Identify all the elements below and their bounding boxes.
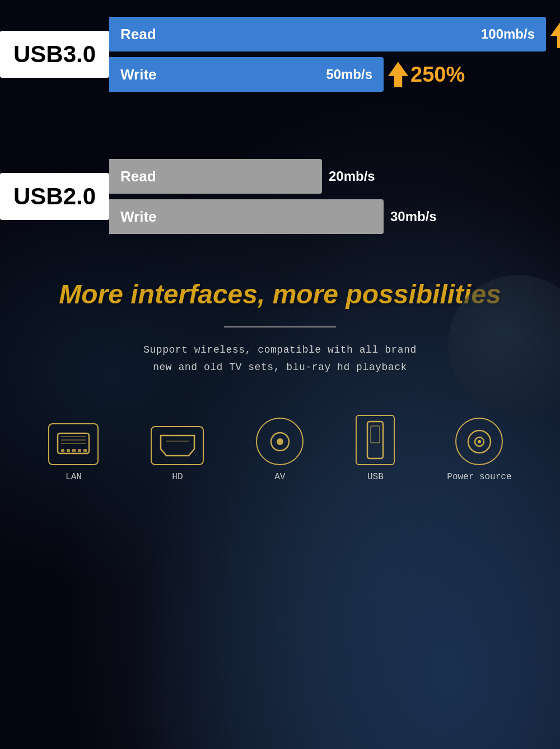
svg-point-18 <box>478 440 481 443</box>
power-label: Power source <box>447 472 511 482</box>
hd-label: HD <box>172 472 183 482</box>
svg-marker-0 <box>550 20 560 48</box>
usb30-read-speed: 100mb/s <box>481 26 535 42</box>
av-icon-box <box>256 418 304 465</box>
usb20-read-label: Read <box>120 168 165 185</box>
usb20-label: USB2.0 <box>0 173 109 220</box>
usb20-write-speed: 30mb/s <box>390 209 437 224</box>
usb20-read-bar: Read <box>109 159 322 194</box>
usb-label: USB <box>367 472 384 482</box>
support-text: Support wireless, compatible with all br… <box>56 341 504 376</box>
icon-item-usb: USB <box>356 415 395 482</box>
usb-icon <box>363 420 388 460</box>
usb20-section: USB2.0 Read 20mb/s Write 30mb/s <box>0 148 560 256</box>
svg-rect-6 <box>78 449 81 452</box>
support-text-line1: Support wireless, compatible with all br… <box>143 344 417 355</box>
page-wrapper: USB3.0 Read 100mb/s 300% Wri <box>0 0 560 499</box>
icon-item-lan: LAN <box>48 423 99 482</box>
svg-rect-15 <box>371 426 380 443</box>
icon-item-av: AV <box>256 418 304 482</box>
av-label: AV <box>274 472 285 482</box>
power-icon <box>463 425 496 458</box>
hd-icon-box <box>151 426 204 465</box>
usb30-write-percent: 250% <box>410 63 465 87</box>
svg-marker-1 <box>388 62 408 87</box>
usb30-bars: Read 100mb/s 300% Write 50mb/s <box>109 17 560 92</box>
svg-point-13 <box>277 438 283 445</box>
usb30-write-label: Write <box>120 66 165 83</box>
lan-icon-box <box>48 423 99 465</box>
svg-rect-14 <box>367 422 383 458</box>
usb30-read-row: Read 100mb/s 300% <box>109 17 560 52</box>
power-icon-box <box>455 418 503 465</box>
usb-icon-box <box>356 415 395 465</box>
svg-rect-5 <box>72 449 76 452</box>
usb30-section: USB3.0 Read 100mb/s 300% Wri <box>0 0 560 114</box>
usb20-read-speed: 20mb/s <box>329 168 375 184</box>
usb30-write-bar: Write 50mb/s <box>109 57 384 92</box>
svg-rect-7 <box>83 449 87 452</box>
usb20-write-bar: Write <box>109 199 384 234</box>
icon-item-power: Power source <box>447 418 511 482</box>
icons-section: LAN HD AV <box>0 387 560 499</box>
divider-line <box>224 326 336 327</box>
usb30-label: USB3.0 <box>0 31 109 78</box>
usb30-read-label: Read <box>120 26 165 43</box>
usb30-write-speed: 50mb/s <box>326 67 372 82</box>
lan-label: LAN <box>66 472 82 482</box>
arrow-up-icon-2 <box>388 62 408 87</box>
hd-icon <box>158 433 197 458</box>
av-icon <box>263 425 297 458</box>
svg-rect-3 <box>61 449 64 452</box>
icon-item-hd: HD <box>151 426 204 482</box>
usb30-write-row: Write 50mb/s 250% <box>109 57 560 92</box>
usb20-bars: Read 20mb/s Write 30mb/s <box>109 159 560 234</box>
usb30-read-bar: Read 100mb/s <box>109 17 546 52</box>
svg-rect-4 <box>67 449 70 452</box>
arrow-up-icon <box>550 20 560 48</box>
lan-icon <box>57 432 90 457</box>
usb20-write-label: Write <box>120 208 165 226</box>
support-text-line2: new and old TV sets, blu-ray hd playback <box>153 362 407 373</box>
usb20-read-row: Read 20mb/s <box>109 159 560 194</box>
usb30-read-extras: 300% <box>550 20 560 48</box>
usb20-write-row: Write 30mb/s <box>109 199 560 234</box>
usb30-write-extras: 250% <box>388 62 465 87</box>
